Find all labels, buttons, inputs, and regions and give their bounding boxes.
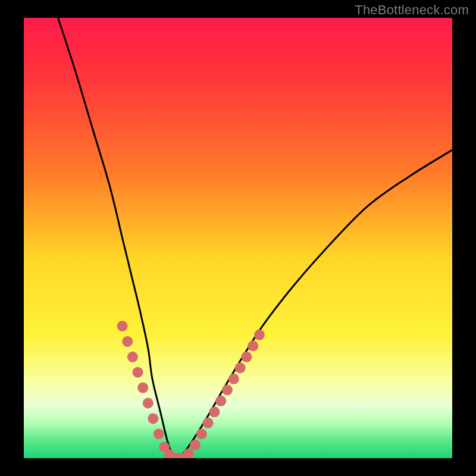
watermark-text: TheBottleneck.com — [355, 2, 469, 18]
plot-frame — [24, 18, 452, 458]
bottleneck-curve — [24, 18, 452, 458]
curve-marker — [117, 321, 128, 331]
curve-marker — [190, 440, 201, 450]
curve-marker — [137, 383, 148, 393]
curve-marker — [143, 398, 154, 409]
chart-stage: TheBottleneck.com — [0, 0, 476, 476]
curve-path — [58, 18, 452, 458]
curve-marker — [196, 428, 207, 439]
curve-marker — [154, 428, 164, 439]
curve-marker — [127, 352, 138, 362]
curve-marker — [248, 340, 258, 351]
curve-marker — [222, 384, 233, 395]
curve-markers — [117, 321, 265, 458]
curve-marker — [203, 418, 214, 428]
curve-marker — [209, 406, 220, 417]
curve-marker — [254, 330, 265, 340]
curve-marker — [122, 336, 133, 347]
curve-marker — [133, 367, 143, 378]
curve-marker — [241, 352, 252, 362]
curve-marker — [148, 413, 158, 424]
curve-marker — [183, 449, 194, 458]
curve-marker — [228, 374, 239, 384]
curve-marker — [235, 362, 246, 373]
curve-marker — [215, 396, 226, 406]
